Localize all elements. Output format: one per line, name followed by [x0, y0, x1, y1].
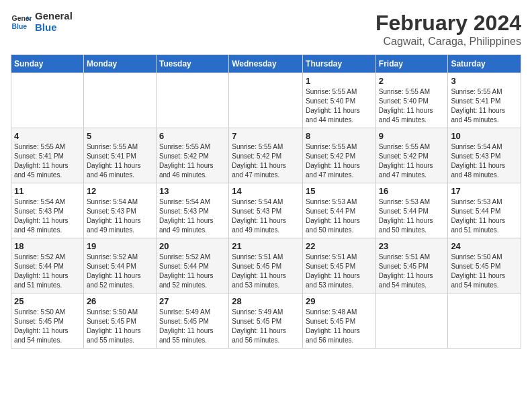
day-info: Sunrise: 5:55 AM Sunset: 5:42 PM Dayligh… — [159, 142, 226, 180]
calendar-cell: 25Sunrise: 5:50 AM Sunset: 5:45 PM Dayli… — [11, 293, 84, 349]
calendar-cell: 11Sunrise: 5:54 AM Sunset: 5:43 PM Dayli… — [11, 183, 84, 238]
calendar-cell: 17Sunrise: 5:53 AM Sunset: 5:44 PM Dayli… — [448, 183, 521, 238]
day-number: 16 — [379, 186, 445, 196]
logo-icon: General Blue — [11, 11, 32, 33]
week-row-1: 1Sunrise: 5:55 AM Sunset: 5:40 PM Daylig… — [11, 73, 521, 128]
day-info: Sunrise: 5:54 AM Sunset: 5:43 PM Dayligh… — [159, 197, 226, 235]
calendar-cell: 20Sunrise: 5:52 AM Sunset: 5:44 PM Dayli… — [156, 238, 228, 293]
day-info: Sunrise: 5:49 AM Sunset: 5:45 PM Dayligh… — [159, 308, 226, 345]
calendar-cell: 15Sunrise: 5:53 AM Sunset: 5:44 PM Dayli… — [303, 183, 376, 238]
day-number: 27 — [159, 296, 226, 306]
day-info: Sunrise: 5:50 AM Sunset: 5:45 PM Dayligh… — [14, 308, 81, 345]
day-info: Sunrise: 5:49 AM Sunset: 5:45 PM Dayligh… — [232, 308, 300, 345]
day-info: Sunrise: 5:51 AM Sunset: 5:45 PM Dayligh… — [379, 253, 445, 290]
day-info: Sunrise: 5:54 AM Sunset: 5:43 PM Dayligh… — [14, 197, 81, 235]
weekday-wednesday: Wednesday — [229, 55, 303, 73]
calendar-cell: 27Sunrise: 5:49 AM Sunset: 5:45 PM Dayli… — [156, 293, 228, 349]
calendar-cell: 6Sunrise: 5:55 AM Sunset: 5:42 PM Daylig… — [156, 128, 228, 183]
weekday-header-row: SundayMondayTuesdayWednesdayThursdayFrid… — [11, 55, 521, 73]
day-info: Sunrise: 5:52 AM Sunset: 5:44 PM Dayligh… — [87, 253, 153, 290]
day-number: 28 — [232, 296, 300, 306]
calendar-cell — [83, 73, 156, 128]
day-number: 20 — [159, 241, 226, 251]
calendar-cell: 14Sunrise: 5:54 AM Sunset: 5:43 PM Dayli… — [229, 183, 303, 238]
day-number: 11 — [14, 186, 81, 196]
day-info: Sunrise: 5:55 AM Sunset: 5:41 PM Dayligh… — [87, 142, 153, 180]
calendar-cell: 10Sunrise: 5:54 AM Sunset: 5:43 PM Dayli… — [448, 128, 521, 183]
day-number: 21 — [232, 241, 300, 251]
day-info: Sunrise: 5:53 AM Sunset: 5:44 PM Dayligh… — [306, 197, 373, 235]
day-info: Sunrise: 5:54 AM Sunset: 5:43 PM Dayligh… — [87, 197, 153, 235]
day-number: 23 — [379, 241, 445, 251]
day-info: Sunrise: 5:52 AM Sunset: 5:44 PM Dayligh… — [14, 253, 81, 290]
day-number: 3 — [451, 76, 518, 86]
day-number: 17 — [451, 186, 518, 196]
day-info: Sunrise: 5:55 AM Sunset: 5:41 PM Dayligh… — [451, 87, 518, 125]
day-number: 25 — [14, 296, 81, 306]
title-area: February 2024 Cagwait, Caraga, Philippin… — [375, 11, 521, 48]
calendar-cell: 2Sunrise: 5:55 AM Sunset: 5:40 PM Daylig… — [375, 73, 448, 128]
logo: General Blue General Blue — [11, 11, 73, 33]
calendar-cell: 22Sunrise: 5:51 AM Sunset: 5:45 PM Dayli… — [303, 238, 376, 293]
day-number: 13 — [159, 186, 226, 196]
day-number: 26 — [87, 296, 153, 306]
calendar-cell — [375, 293, 448, 349]
day-info: Sunrise: 5:52 AM Sunset: 5:44 PM Dayligh… — [159, 253, 226, 290]
day-number: 19 — [87, 241, 153, 251]
calendar-cell — [11, 73, 84, 128]
week-row-2: 4Sunrise: 5:55 AM Sunset: 5:41 PM Daylig… — [11, 128, 521, 183]
day-number: 24 — [451, 241, 518, 251]
weekday-sunday: Sunday — [11, 55, 84, 73]
day-info: Sunrise: 5:50 AM Sunset: 5:45 PM Dayligh… — [87, 308, 153, 345]
day-number: 15 — [306, 186, 373, 196]
week-row-5: 25Sunrise: 5:50 AM Sunset: 5:45 PM Dayli… — [11, 293, 521, 349]
calendar-cell: 9Sunrise: 5:55 AM Sunset: 5:42 PM Daylig… — [375, 128, 448, 183]
calendar-cell: 1Sunrise: 5:55 AM Sunset: 5:40 PM Daylig… — [303, 73, 376, 128]
calendar-cell: 12Sunrise: 5:54 AM Sunset: 5:43 PM Dayli… — [83, 183, 156, 238]
day-info: Sunrise: 5:53 AM Sunset: 5:44 PM Dayligh… — [379, 197, 445, 235]
day-number: 8 — [306, 131, 373, 141]
calendar-cell: 4Sunrise: 5:55 AM Sunset: 5:41 PM Daylig… — [11, 128, 84, 183]
day-number: 6 — [159, 131, 226, 141]
day-number: 22 — [306, 241, 373, 251]
weekday-tuesday: Tuesday — [156, 55, 228, 73]
calendar-cell: 16Sunrise: 5:53 AM Sunset: 5:44 PM Dayli… — [375, 183, 448, 238]
calendar-cell: 21Sunrise: 5:51 AM Sunset: 5:45 PM Dayli… — [229, 238, 303, 293]
day-info: Sunrise: 5:48 AM Sunset: 5:45 PM Dayligh… — [306, 308, 373, 345]
calendar-cell — [229, 73, 303, 128]
calendar-cell: 13Sunrise: 5:54 AM Sunset: 5:43 PM Dayli… — [156, 183, 228, 238]
calendar-cell: 5Sunrise: 5:55 AM Sunset: 5:41 PM Daylig… — [83, 128, 156, 183]
calendar-cell: 28Sunrise: 5:49 AM Sunset: 5:45 PM Dayli… — [229, 293, 303, 349]
calendar-cell: 18Sunrise: 5:52 AM Sunset: 5:44 PM Dayli… — [11, 238, 84, 293]
day-number: 29 — [306, 296, 373, 306]
calendar-body: 1Sunrise: 5:55 AM Sunset: 5:40 PM Daylig… — [11, 73, 521, 349]
day-number: 4 — [14, 131, 81, 141]
day-number: 5 — [87, 131, 153, 141]
day-number: 14 — [232, 186, 300, 196]
day-number: 12 — [87, 186, 153, 196]
day-info: Sunrise: 5:55 AM Sunset: 5:40 PM Dayligh… — [379, 87, 445, 125]
day-info: Sunrise: 5:55 AM Sunset: 5:42 PM Dayligh… — [306, 142, 373, 180]
day-number: 18 — [14, 241, 81, 251]
location-title: Cagwait, Caraga, Philippines — [375, 36, 521, 48]
day-info: Sunrise: 5:51 AM Sunset: 5:45 PM Dayligh… — [232, 253, 300, 290]
calendar-cell: 23Sunrise: 5:51 AM Sunset: 5:45 PM Dayli… — [375, 238, 448, 293]
day-number: 1 — [306, 76, 373, 86]
weekday-thursday: Thursday — [303, 55, 376, 73]
day-info: Sunrise: 5:53 AM Sunset: 5:44 PM Dayligh… — [451, 197, 518, 235]
calendar-cell: 19Sunrise: 5:52 AM Sunset: 5:44 PM Dayli… — [83, 238, 156, 293]
day-info: Sunrise: 5:51 AM Sunset: 5:45 PM Dayligh… — [306, 253, 373, 290]
weekday-monday: Monday — [83, 55, 156, 73]
week-row-3: 11Sunrise: 5:54 AM Sunset: 5:43 PM Dayli… — [11, 183, 521, 238]
calendar-cell: 7Sunrise: 5:55 AM Sunset: 5:42 PM Daylig… — [229, 128, 303, 183]
day-info: Sunrise: 5:55 AM Sunset: 5:42 PM Dayligh… — [379, 142, 445, 180]
calendar-cell: 24Sunrise: 5:50 AM Sunset: 5:45 PM Dayli… — [448, 238, 521, 293]
day-info: Sunrise: 5:55 AM Sunset: 5:41 PM Dayligh… — [14, 142, 81, 180]
svg-text:Blue: Blue — [12, 22, 28, 30]
calendar-cell: 26Sunrise: 5:50 AM Sunset: 5:45 PM Dayli… — [83, 293, 156, 349]
calendar-cell: 8Sunrise: 5:55 AM Sunset: 5:42 PM Daylig… — [303, 128, 376, 183]
week-row-4: 18Sunrise: 5:52 AM Sunset: 5:44 PM Dayli… — [11, 238, 521, 293]
day-info: Sunrise: 5:54 AM Sunset: 5:43 PM Dayligh… — [232, 197, 300, 235]
logo-text-blue: Blue — [35, 22, 73, 34]
logo-text-general: General — [35, 11, 73, 22]
